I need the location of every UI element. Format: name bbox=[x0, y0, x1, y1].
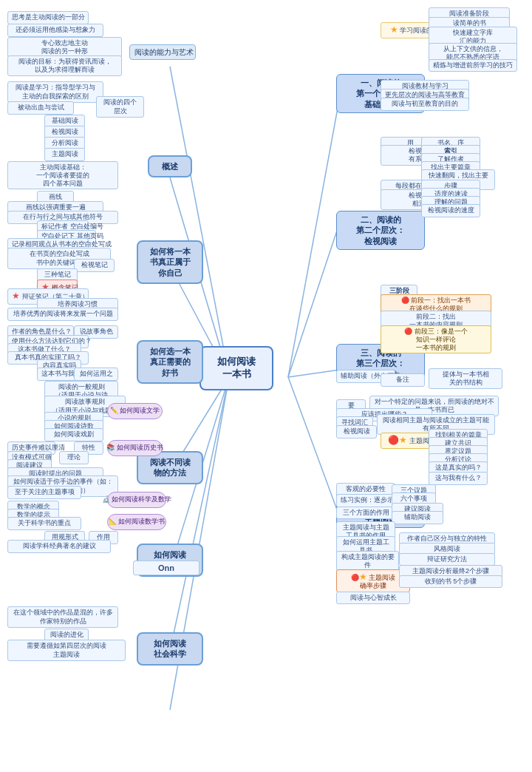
mindmap-container: 如何阅读 一本书 阅读的能力与艺术 思考是主动阅读的一部分 还必须运用他感染与想… bbox=[0, 0, 532, 772]
node-how-math: 📐 如何阅读数学书 bbox=[107, 514, 166, 530]
node-thinking: 思考是主动阅读的一部分 bbox=[7, 11, 89, 24]
node-choose-book: 如何选一本真正需要的好书 bbox=[137, 340, 203, 384]
node-levels: 阅读的四个层次 bbox=[96, 96, 144, 118]
node-stop: 检视阅读的速度 bbox=[421, 204, 480, 217]
node-overview-2: 被动出血与尝试 bbox=[7, 101, 74, 115]
svg-line-6 bbox=[170, 377, 229, 651]
node-math-key: 关于科学书的重点 bbox=[7, 517, 81, 530]
node-theme-step2: 收到的书 5个步骤 bbox=[399, 575, 502, 588]
node-stage5: 精炼与增进前所学习的技巧 bbox=[429, 59, 517, 72]
center-node: 如何阅读 一本书 bbox=[200, 346, 273, 390]
node-how-literature: ✏️ 如何阅读文学 bbox=[107, 403, 163, 419]
node-social-1: 在这个领域中的作品是混的，许多作家特别的作品 bbox=[7, 606, 118, 628]
node-diff-reading: 阅读不同读物的方法 bbox=[137, 451, 203, 484]
node-school-education: 阅读与初至教育的目的 bbox=[381, 98, 469, 111]
node-compose-thematic: 构成主题阅读的要件 bbox=[336, 551, 399, 572]
node-social-science: 如何阅读社会科学 bbox=[137, 632, 203, 666]
node-ability: 阅读的能力与艺术 bbox=[129, 44, 196, 60]
node-active-reading: 主动阅读基础：一个阅读者要提的四个基本问题 bbox=[7, 161, 118, 189]
node-theme-research: 辩证研究方法 bbox=[399, 553, 495, 566]
svg-line-11 bbox=[288, 377, 340, 518]
node-economy-advice: 阅读学科经典著名的建议 bbox=[7, 540, 111, 553]
node-text-onn: Onn bbox=[133, 561, 200, 575]
node-theory: 理论 bbox=[59, 451, 89, 464]
node-overview: 概述 bbox=[148, 155, 192, 177]
node-apply: 还必须运用他感染与想象力 bbox=[7, 24, 103, 37]
node-attention: 至于关注的主题事项 bbox=[7, 486, 81, 499]
node-extra-reading: 辅助阅读 bbox=[392, 511, 443, 524]
node-notebook: 检视笔记 bbox=[74, 259, 115, 272]
node-notes: 备注 bbox=[381, 373, 425, 387]
svg-line-0 bbox=[170, 67, 229, 377]
node-expert: 专心致志地主动阅读的另一种形 bbox=[7, 37, 122, 58]
svg-line-8 bbox=[288, 96, 340, 377]
svg-line-10 bbox=[288, 370, 340, 377]
node-inspect-read: 检视阅读 bbox=[336, 425, 377, 439]
node-mind-growth: 阅读与心智成长 bbox=[336, 592, 410, 604]
node-overview-1: 阅读是学习：指导型学习与主动的自我探索的区别 bbox=[7, 81, 103, 103]
node-goal: 阅读的目标：为获得资讯而读，以及为求得理解而读 bbox=[7, 55, 122, 76]
node-level-thematic: 主题阅读 bbox=[44, 148, 85, 161]
node-level2: 二、阅读的第二个层次：检视阅读 bbox=[336, 211, 425, 250]
node-practical-use: 如何运用之 bbox=[74, 368, 118, 381]
node-how-science: 🔬 如何阅读科学及数学 bbox=[107, 492, 166, 508]
node-stage-c: 🔴 前段三：像是一个知识一样评论一本书的规则 bbox=[381, 325, 491, 353]
node-three-aspects: 三个方面的作用 bbox=[336, 507, 395, 519]
node-structure: 提体与一本书相关的书结构 bbox=[429, 368, 502, 389]
node-step6-relate: 这与我有什么？ bbox=[429, 472, 488, 485]
node-complete: 培养优秀的阅读将来发展一个问题 bbox=[7, 308, 118, 321]
node-how-history: 📚 如何阅读历史书 bbox=[107, 440, 163, 456]
node-how-drama: 如何阅读戏剧 bbox=[44, 428, 103, 441]
node-own-book: 如何将一本书真正属于你自己 bbox=[137, 240, 203, 284]
svg-line-9 bbox=[288, 222, 340, 377]
node-social-4times: 需要遵循如第四层次的阅读主题阅读 bbox=[7, 640, 126, 661]
node-practice: 练习实例：逐步示 bbox=[336, 494, 395, 507]
